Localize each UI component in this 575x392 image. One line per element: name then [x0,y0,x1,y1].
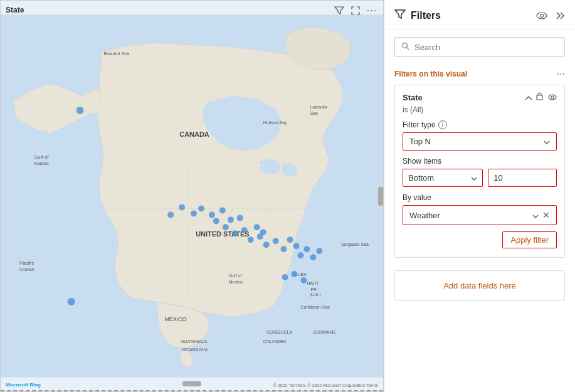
svg-point-48 [287,236,293,243]
lock-icon[interactable] [536,92,543,103]
svg-point-65 [549,95,556,100]
svg-point-52 [310,254,316,260]
search-box[interactable] [394,37,565,57]
svg-text:HAITI: HAITI [307,281,318,285]
map-title: State [6,6,24,14]
svg-point-56 [300,277,307,283]
map-toolbar: ··· [333,4,378,17]
map-resize-handle-right[interactable] [378,187,383,206]
filter-panel: Filters Filters on thi [384,0,575,392]
svg-text:VENEZUELA: VENEZUELA [266,330,293,334]
svg-point-31 [68,298,75,305]
search-icon [401,42,409,52]
bing-logo: Microsoft Bing [6,382,41,388]
svg-point-59 [260,229,266,235]
svg-point-36 [209,211,215,218]
svg-point-66 [551,96,554,98]
svg-point-39 [237,215,243,221]
svg-text:Hudson Bay: Hudson Bay [263,120,287,125]
visibility-icon[interactable] [548,92,557,103]
svg-point-34 [191,210,197,216]
svg-point-38 [228,216,234,223]
svg-text:SURINAME: SURINAME [313,330,336,334]
filter-type-dropdown[interactable]: Top N [403,132,557,151]
svg-point-55 [291,271,297,277]
svg-point-49 [293,243,299,249]
svg-text:Gulf of: Gulf of [34,154,49,160]
svg-point-30 [76,107,84,114]
svg-text:Caribbean Sea: Caribbean Sea [300,305,330,309]
eye-icon[interactable] [536,12,547,19]
svg-text:Sargasso Sea: Sargasso Sea [341,242,369,247]
svg-point-62 [403,43,408,48]
show-items-row: Bottom 10 [403,169,557,187]
svg-point-45 [263,241,270,248]
svg-text:Labrador: Labrador [310,105,328,109]
expand-icon[interactable] [349,4,362,17]
by-value-dropdown[interactable]: Weather ✕ [403,205,557,225]
svg-text:Sea: Sea [310,111,318,115]
svg-point-43 [248,236,254,243]
svg-line-63 [407,48,409,50]
svg-point-50 [297,252,303,258]
svg-text:Pacific: Pacific [19,260,34,266]
show-items-direction-dropdown[interactable]: Bottom [403,169,483,187]
search-input[interactable] [414,43,558,52]
svg-point-40 [223,224,229,230]
filter-type-value: Top N [409,137,431,146]
svg-text:UNITED STATES: UNITED STATES [196,230,249,238]
svg-rect-64 [537,95,542,100]
svg-point-42 [241,227,248,233]
filter-header: Filters [384,0,575,29]
info-icon[interactable]: i [438,120,447,129]
apply-filter-row: Apply filter [403,231,557,248]
by-value-actions: ✕ [532,209,550,221]
svg-point-46 [273,238,279,244]
svg-point-33 [179,204,185,210]
section-more-options-icon[interactable]: ··· [557,68,565,80]
filter-icon[interactable] [333,4,346,17]
more-options-icon[interactable]: ··· [366,4,378,17]
section-label-text: Filters on this visual [394,70,467,78]
show-items-count-input[interactable]: 10 [488,169,557,187]
svg-point-51 [303,246,310,252]
filter-funnel-icon [394,9,406,23]
by-value-value: Weather [409,211,440,220]
show-items-direction-value: Bottom [408,173,434,183]
svg-text:COLOMBIA: COLOMBIA [263,339,287,344]
svg-point-32 [167,211,174,218]
apply-filter-button[interactable]: Apply filter [502,231,557,248]
svg-point-35 [198,205,204,211]
show-items-chevron-icon [471,174,477,182]
svg-point-47 [281,246,287,252]
chevron-up-icon[interactable] [525,92,532,103]
map-panel: State ··· [0,0,384,392]
svg-point-41 [232,230,238,236]
filter-type-label: Filter type i [403,120,557,129]
filter-type-chevron-icon [544,138,550,146]
filters-section-label: Filters on this visual ··· [384,65,575,85]
svg-text:Beaufort Sea: Beaufort Sea [103,51,129,56]
svg-text:(U.S.): (U.S.) [309,292,320,297]
svg-point-37 [219,207,226,213]
svg-point-54 [282,274,288,280]
by-value-chevron-icon[interactable] [532,209,539,221]
svg-text:Ocean: Ocean [19,267,34,272]
svg-text:Gulf of: Gulf of [229,273,242,278]
svg-point-60 [537,13,547,19]
filter-card-header: State [403,92,557,103]
svg-text:Alaska: Alaska [34,161,49,166]
svg-text:NICARAGUA: NICARAGUA [182,347,208,352]
svg-text:MEXICO: MEXICO [164,316,186,322]
filter-card: State [394,85,565,258]
chevron-double-right-icon[interactable] [555,11,565,20]
svg-text:GUATEMALA: GUATEMALA [181,339,208,344]
add-data-fields[interactable]: Add data fields here [394,270,565,301]
map-resize-handle-bottom[interactable] [182,381,201,386]
svg-text:Mexico: Mexico [229,280,243,284]
svg-point-57 [254,224,260,230]
by-value-clear-icon[interactable]: ✕ [542,210,550,220]
svg-point-58 [213,218,219,224]
map-footer-right: © 2022 TomTom, © 2022 Microsoft Corporat… [273,383,378,388]
svg-text:CANADA: CANADA [179,130,209,138]
